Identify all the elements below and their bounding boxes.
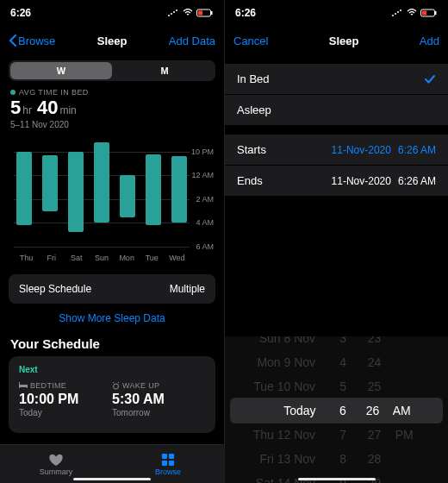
schedule-card[interactable]: Next BEDTIME 10:00 PM Today WAKE UP 5:30…: [9, 356, 215, 433]
checkmark-icon: [424, 73, 436, 85]
wakeup-label: WAKE UP: [122, 381, 159, 390]
ends-label: Ends: [237, 174, 263, 187]
sleep-schedule-label: Sleep Schedule: [19, 283, 91, 295]
alarm-icon: [112, 382, 120, 390]
date-time-picker[interactable]: Sun 8 Nov323Mon 9 Nov424Tue 10 Nov525Tod…: [225, 336, 448, 483]
bedtime-sub: Today: [19, 408, 112, 417]
status-time: 6:26: [235, 7, 256, 19]
chevron-left-icon: [9, 34, 16, 47]
chart-bar: [146, 154, 161, 226]
y-axis-label: 12 AM: [191, 171, 214, 179]
picker-row[interactable]: Tue 10 Nov525: [225, 373, 448, 399]
svg-rect-21: [422, 11, 426, 16]
chart-bar: [120, 175, 135, 216]
battery-icon: [196, 9, 214, 17]
wakeup-sub: Tomorrow: [112, 408, 205, 417]
x-axis-label: Mon: [115, 254, 140, 262]
svg-point-17: [397, 11, 399, 13]
x-axis-label: Sat: [64, 254, 89, 262]
heart-icon: [48, 453, 64, 467]
chart-bar: [42, 155, 58, 211]
x-axis-label: Sun: [89, 254, 114, 262]
sleep-schedule-row[interactable]: Sleep Schedule Multiple: [9, 274, 215, 304]
status-time: 6:26: [10, 7, 31, 19]
ends-time: 6:26 AM: [398, 175, 436, 187]
svg-rect-14: [169, 460, 174, 465]
svg-point-0: [168, 15, 170, 16]
show-more-link[interactable]: Show More Sleep Data: [0, 304, 224, 336]
avg-mins: 40: [37, 97, 58, 119]
back-label: Browse: [18, 34, 55, 47]
y-axis-label: 2 AM: [196, 195, 214, 204]
nav-bar: Cancel Sleep Add: [225, 26, 448, 55]
ends-row[interactable]: Ends 11-Nov-2020 6:26 AM: [225, 166, 448, 197]
starts-label: Starts: [237, 143, 266, 156]
chart-bar: [16, 152, 32, 225]
sleep-overview-screen: 6:26 Browse Sleep Add Data W M AVG TIME …: [0, 0, 224, 483]
time-range-group: Starts 11-Nov-2020 6:26 AM Ends 11-Nov-2…: [225, 135, 448, 197]
bed-icon: [19, 382, 28, 389]
chart-bar: [171, 156, 187, 223]
y-axis-label: 4 AM: [196, 218, 214, 227]
home-indicator[interactable]: [73, 478, 151, 480]
avg-hours: 5: [10, 97, 21, 119]
picker-row[interactable]: Fri 13 Nov828: [225, 446, 448, 472]
battery-icon: [420, 9, 438, 17]
y-axis-label: 6 AM: [196, 242, 214, 251]
sleep-type-group: In Bed Asleep: [225, 64, 448, 126]
wakeup-value: 5:30 AM: [112, 392, 205, 407]
svg-rect-7: [19, 385, 28, 387]
your-schedule-title: Your Schedule: [0, 336, 224, 351]
svg-rect-9: [27, 385, 28, 388]
svg-point-2: [173, 11, 175, 13]
svg-point-3: [176, 9, 177, 11]
svg-rect-11: [162, 453, 167, 458]
x-axis-label: Tue: [140, 254, 165, 262]
svg-point-18: [400, 9, 401, 11]
status-bar: 6:26: [0, 0, 224, 26]
date-range: 5–11 Nov 2020: [10, 120, 214, 129]
avg-label: AVG TIME IN BED: [19, 88, 89, 97]
add-data-button[interactable]: Add Data: [169, 34, 215, 47]
sleep-summary: AVG TIME IN BED 5 hr 40 min 5–11 Nov 202…: [0, 86, 224, 133]
picker-row[interactable]: Sat 14 Nov929: [225, 470, 448, 483]
starts-date: 11-Nov-2020: [332, 144, 391, 156]
avg-hours-unit: hr: [22, 104, 32, 116]
option-asleep[interactable]: Asleep: [225, 95, 448, 126]
add-button[interactable]: Add: [420, 34, 439, 47]
segment-month[interactable]: M: [114, 60, 215, 81]
status-bar: 6:26: [225, 0, 448, 26]
starts-row[interactable]: Starts 11-Nov-2020 6:26 AM: [225, 135, 448, 166]
segment-week[interactable]: W: [10, 62, 112, 79]
x-axis-label: Wed: [165, 254, 190, 262]
svg-rect-20: [435, 11, 437, 15]
picker-row[interactable]: Today626AM: [230, 398, 443, 423]
bedtime-label: BEDTIME: [30, 381, 66, 390]
picker-row[interactable]: Mon 9 Nov424: [225, 349, 448, 375]
starts-time: 6:26 AM: [398, 144, 436, 156]
picker-row[interactable]: Thu 12 Nov727PM: [225, 422, 448, 448]
chart-bar: [94, 142, 109, 223]
time-range-segmented-control[interactable]: W M: [9, 60, 215, 81]
svg-rect-13: [162, 460, 167, 465]
cancel-button[interactable]: Cancel: [233, 34, 268, 47]
bedtime-value: 10:00 PM: [19, 392, 112, 407]
svg-rect-8: [19, 382, 20, 388]
chart-bar: [68, 152, 84, 233]
back-button[interactable]: Browse: [9, 34, 55, 47]
status-icons: [167, 9, 214, 17]
add-sleep-data-screen: 6:26 Cancel Sleep Add In Bed Asleep: [224, 0, 448, 483]
page-title: Sleep: [97, 34, 128, 47]
svg-rect-6: [198, 11, 202, 16]
avg-mins-unit: min: [59, 104, 76, 116]
svg-point-1: [171, 13, 172, 15]
avg-indicator-dot: [10, 90, 16, 95]
ends-date: 11-Nov-2020: [332, 175, 391, 187]
home-indicator[interactable]: [298, 478, 376, 480]
x-axis-label: Thu: [14, 254, 39, 262]
status-icons: [391, 9, 438, 17]
option-in-bed[interactable]: In Bed: [225, 64, 448, 95]
sleep-schedule-value: Multiple: [170, 283, 205, 295]
x-axis-label: Fri: [39, 254, 64, 262]
grid-icon: [160, 453, 176, 467]
